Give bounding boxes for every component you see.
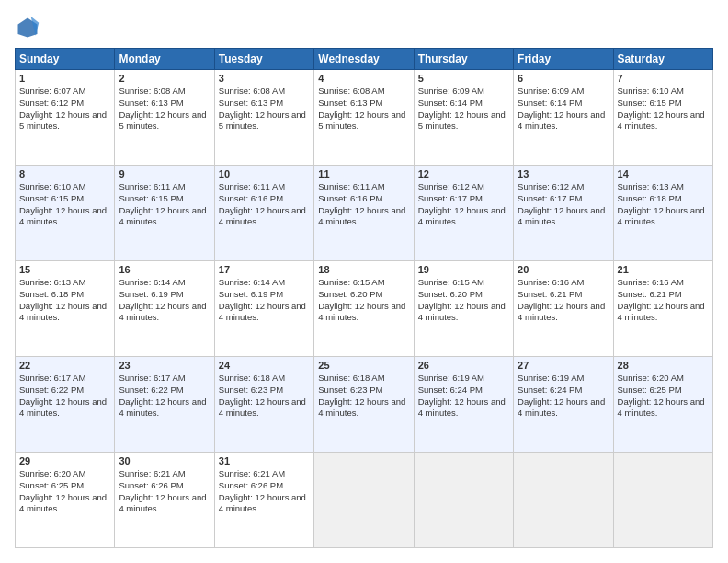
day-number: 23 (119, 360, 210, 371)
col-header-tuesday: Tuesday (214, 49, 313, 70)
calendar-cell: 30Sunrise: 6:21 AMSunset: 6:26 PMDayligh… (115, 453, 214, 548)
day-number: 1 (19, 73, 110, 84)
calendar-cell: 13Sunrise: 6:12 AMSunset: 6:17 PMDayligh… (514, 166, 613, 261)
day-number: 11 (318, 168, 409, 179)
day-number: 14 (618, 168, 709, 179)
day-number: 18 (318, 264, 409, 275)
cell-info: Sunrise: 6:19 AMSunset: 6:24 PMDaylight:… (418, 373, 509, 419)
day-number: 7 (618, 73, 709, 84)
day-number: 9 (119, 168, 210, 179)
cell-info: Sunrise: 6:08 AMSunset: 6:13 PMDaylight:… (119, 86, 210, 132)
day-number: 31 (219, 455, 310, 466)
calendar-cell: 6Sunrise: 6:09 AMSunset: 6:14 PMDaylight… (514, 70, 613, 166)
calendar-cell: 28Sunrise: 6:20 AMSunset: 6:25 PMDayligh… (613, 357, 712, 453)
cell-info: Sunrise: 6:18 AMSunset: 6:23 PMDaylight:… (318, 373, 409, 419)
day-number: 5 (418, 73, 509, 84)
calendar-cell: 29Sunrise: 6:20 AMSunset: 6:25 PMDayligh… (16, 453, 115, 548)
cell-info: Sunrise: 6:13 AMSunset: 6:18 PMDaylight:… (19, 277, 110, 324)
logo (15, 15, 44, 40)
logo-icon (15, 15, 40, 40)
calendar-week-3: 15Sunrise: 6:13 AMSunset: 6:18 PMDayligh… (16, 261, 713, 357)
calendar-cell: 8Sunrise: 6:10 AMSunset: 6:15 PMDaylight… (16, 166, 115, 261)
calendar-cell: 14Sunrise: 6:13 AMSunset: 6:18 PMDayligh… (613, 166, 712, 261)
cell-info: Sunrise: 6:12 AMSunset: 6:17 PMDaylight:… (418, 181, 509, 228)
calendar-cell: 5Sunrise: 6:09 AMSunset: 6:14 PMDaylight… (414, 70, 513, 166)
calendar-cell: 20Sunrise: 6:16 AMSunset: 6:21 PMDayligh… (514, 261, 613, 357)
calendar-cell: 7Sunrise: 6:10 AMSunset: 6:15 PMDaylight… (613, 70, 712, 166)
day-number: 4 (318, 73, 409, 84)
calendar-cell: 17Sunrise: 6:14 AMSunset: 6:19 PMDayligh… (214, 261, 313, 357)
day-number: 15 (19, 264, 110, 275)
col-header-saturday: Saturday (613, 49, 712, 70)
day-number: 21 (618, 264, 709, 275)
calendar-cell: 26Sunrise: 6:19 AMSunset: 6:24 PMDayligh… (414, 357, 513, 453)
cell-info: Sunrise: 6:17 AMSunset: 6:22 PMDaylight:… (19, 373, 110, 419)
day-number: 24 (219, 360, 310, 371)
calendar-cell: 27Sunrise: 6:19 AMSunset: 6:24 PMDayligh… (514, 357, 613, 453)
day-number: 17 (219, 264, 310, 275)
cell-info: Sunrise: 6:17 AMSunset: 6:22 PMDaylight:… (119, 373, 210, 419)
col-header-monday: Monday (115, 49, 214, 70)
cell-info: Sunrise: 6:16 AMSunset: 6:21 PMDaylight:… (518, 277, 609, 324)
col-header-thursday: Thursday (414, 49, 513, 70)
calendar-cell: 2Sunrise: 6:08 AMSunset: 6:13 PMDaylight… (115, 70, 214, 166)
day-number: 22 (19, 360, 110, 371)
day-number: 25 (318, 360, 409, 371)
day-number: 13 (518, 168, 609, 179)
calendar-cell: 3Sunrise: 6:08 AMSunset: 6:13 PMDaylight… (214, 70, 313, 166)
day-number: 8 (19, 168, 110, 179)
calendar-cell: 31Sunrise: 6:21 AMSunset: 6:26 PMDayligh… (214, 453, 313, 548)
col-header-wednesday: Wednesday (314, 49, 414, 70)
cell-info: Sunrise: 6:08 AMSunset: 6:13 PMDaylight:… (219, 86, 310, 132)
calendar-cell: 24Sunrise: 6:18 AMSunset: 6:23 PMDayligh… (214, 357, 313, 453)
calendar-cell: 12Sunrise: 6:12 AMSunset: 6:17 PMDayligh… (414, 166, 513, 261)
cell-info: Sunrise: 6:09 AMSunset: 6:14 PMDaylight:… (518, 86, 609, 132)
calendar-week-2: 8Sunrise: 6:10 AMSunset: 6:15 PMDaylight… (16, 166, 713, 261)
calendar-cell: 15Sunrise: 6:13 AMSunset: 6:18 PMDayligh… (16, 261, 115, 357)
calendar-cell: 4Sunrise: 6:08 AMSunset: 6:13 PMDaylight… (314, 70, 414, 166)
day-number: 12 (418, 168, 509, 179)
day-number: 10 (219, 168, 310, 179)
cell-info: Sunrise: 6:16 AMSunset: 6:21 PMDaylight:… (618, 277, 709, 324)
cell-info: Sunrise: 6:19 AMSunset: 6:24 PMDaylight:… (518, 373, 609, 419)
cell-info: Sunrise: 6:18 AMSunset: 6:23 PMDaylight:… (219, 373, 310, 419)
cell-info: Sunrise: 6:10 AMSunset: 6:15 PMDaylight:… (19, 181, 110, 228)
cell-info: Sunrise: 6:15 AMSunset: 6:20 PMDaylight:… (318, 277, 409, 324)
col-header-friday: Friday (514, 49, 613, 70)
cell-info: Sunrise: 6:11 AMSunset: 6:15 PMDaylight:… (119, 181, 210, 228)
calendar-week-4: 22Sunrise: 6:17 AMSunset: 6:22 PMDayligh… (16, 357, 713, 453)
cell-info: Sunrise: 6:09 AMSunset: 6:14 PMDaylight:… (418, 86, 509, 132)
calendar-cell: 25Sunrise: 6:18 AMSunset: 6:23 PMDayligh… (314, 357, 414, 453)
cell-info: Sunrise: 6:21 AMSunset: 6:26 PMDaylight:… (119, 468, 210, 515)
cell-info: Sunrise: 6:20 AMSunset: 6:25 PMDaylight:… (618, 373, 709, 419)
calendar-cell: 9Sunrise: 6:11 AMSunset: 6:15 PMDaylight… (115, 166, 214, 261)
calendar-cell: 21Sunrise: 6:16 AMSunset: 6:21 PMDayligh… (613, 261, 712, 357)
cell-info: Sunrise: 6:12 AMSunset: 6:17 PMDaylight:… (518, 181, 609, 228)
day-number: 27 (518, 360, 609, 371)
cell-info: Sunrise: 6:08 AMSunset: 6:13 PMDaylight:… (318, 86, 409, 132)
day-number: 2 (119, 73, 210, 84)
calendar-cell: 11Sunrise: 6:11 AMSunset: 6:16 PMDayligh… (314, 166, 414, 261)
calendar-cell: 10Sunrise: 6:11 AMSunset: 6:16 PMDayligh… (214, 166, 313, 261)
calendar-cell (314, 453, 414, 548)
cell-info: Sunrise: 6:21 AMSunset: 6:26 PMDaylight:… (219, 468, 310, 515)
calendar-cell (613, 453, 712, 548)
calendar-cell: 18Sunrise: 6:15 AMSunset: 6:20 PMDayligh… (314, 261, 414, 357)
day-number: 16 (119, 264, 210, 275)
calendar-header-row: SundayMondayTuesdayWednesdayThursdayFrid… (16, 49, 713, 70)
day-number: 29 (19, 455, 110, 466)
cell-info: Sunrise: 6:11 AMSunset: 6:16 PMDaylight:… (318, 181, 409, 228)
page: SundayMondayTuesdayWednesdayThursdayFrid… (0, 0, 728, 563)
cell-info: Sunrise: 6:15 AMSunset: 6:20 PMDaylight:… (418, 277, 509, 324)
day-number: 26 (418, 360, 509, 371)
calendar-cell: 22Sunrise: 6:17 AMSunset: 6:22 PMDayligh… (16, 357, 115, 453)
calendar-table: SundayMondayTuesdayWednesdayThursdayFrid… (15, 48, 713, 548)
calendar-cell: 1Sunrise: 6:07 AMSunset: 6:12 PMDaylight… (16, 70, 115, 166)
cell-info: Sunrise: 6:11 AMSunset: 6:16 PMDaylight:… (219, 181, 310, 228)
day-number: 6 (518, 73, 609, 84)
calendar-cell: 23Sunrise: 6:17 AMSunset: 6:22 PMDayligh… (115, 357, 214, 453)
calendar-week-1: 1Sunrise: 6:07 AMSunset: 6:12 PMDaylight… (16, 70, 713, 166)
day-number: 28 (618, 360, 709, 371)
col-header-sunday: Sunday (16, 49, 115, 70)
calendar-cell: 19Sunrise: 6:15 AMSunset: 6:20 PMDayligh… (414, 261, 513, 357)
